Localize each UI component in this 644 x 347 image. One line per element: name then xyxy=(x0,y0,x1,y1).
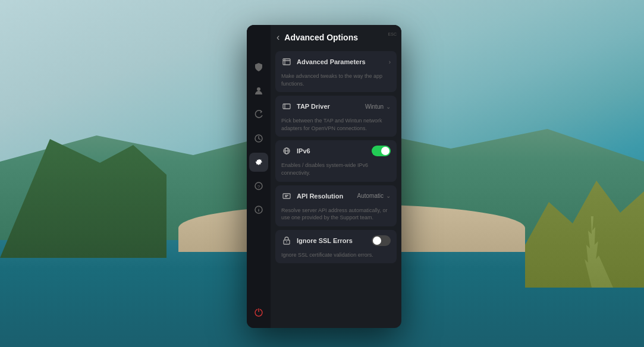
svg-rect-11 xyxy=(283,104,290,109)
api-resolution-row[interactable]: API Resolution Automatic ⌄ xyxy=(275,185,397,207)
ignore-ssl-row: Ignore SSL Errors xyxy=(275,230,397,251)
sidebar-icon-shield[interactable] xyxy=(249,58,268,77)
svg-point-6 xyxy=(259,208,259,209)
ignore-ssl-toggle[interactable] xyxy=(372,235,391,246)
tap-driver-value: Wintun xyxy=(365,103,384,110)
ipv6-label: IPv6 xyxy=(297,147,372,154)
main-content: ‹ Advanced Options Advanced Parameters ›… xyxy=(271,25,401,328)
tap-driver-desc: Pick between the TAP and Wintun network … xyxy=(275,117,397,137)
sidebar-icon-power[interactable] xyxy=(249,303,268,322)
ignore-ssl-desc: Ignore SSL certificate validation errors… xyxy=(275,251,397,264)
api-resolution-desc: Resolve server API address automatically… xyxy=(275,207,397,226)
app-window: × ESC ? ‹ xyxy=(247,25,401,328)
api-icon xyxy=(281,191,292,201)
ipv6-toggle-thumb xyxy=(381,147,389,155)
tap-driver-chevron: ⌄ xyxy=(386,103,391,110)
lock-icon xyxy=(281,235,292,246)
close-area: × ESC xyxy=(388,31,397,36)
ipv6-desc: Enables / disables system-wide IPv6 conn… xyxy=(275,162,397,181)
svg-point-0 xyxy=(257,87,260,91)
network-icon xyxy=(281,101,292,112)
svg-rect-16 xyxy=(283,194,290,198)
sidebar-icon-person[interactable] xyxy=(249,81,268,100)
advanced-parameters-row[interactable]: Advanced Parameters › xyxy=(275,51,397,72)
settings-scroll-area[interactable]: Advanced Parameters › Make advanced twea… xyxy=(271,49,401,328)
page-title: Advanced Options xyxy=(284,33,395,42)
header: ‹ Advanced Options xyxy=(271,25,401,49)
api-resolution-value: Automatic xyxy=(357,193,384,199)
tap-driver-card: TAP Driver Wintun ⌄ Pick between the TAP… xyxy=(275,96,397,137)
tap-driver-row[interactable]: TAP Driver Wintun ⌄ xyxy=(275,96,397,117)
sidebar-icon-info[interactable] xyxy=(249,200,268,219)
ipv6-row: IPv6 xyxy=(275,140,397,162)
advanced-parameters-desc: Make advanced tweaks to the way the app … xyxy=(275,72,397,92)
ignore-ssl-card: Ignore SSL Errors Ignore SSL certificate… xyxy=(275,230,397,264)
svg-text:?: ? xyxy=(257,184,260,190)
api-resolution-chevron: ⌄ xyxy=(386,193,391,199)
sidebar-icon-refresh[interactable] xyxy=(249,105,268,124)
sidebar: ? xyxy=(247,25,271,328)
sidebar-icon-settings[interactable] xyxy=(249,153,268,172)
svg-rect-8 xyxy=(283,59,290,65)
ignore-ssl-label: Ignore SSL Errors xyxy=(297,237,372,244)
ignore-ssl-toggle-thumb xyxy=(373,236,381,245)
esc-label: ESC xyxy=(388,32,397,36)
api-resolution-label: API Resolution xyxy=(297,193,357,200)
ipv6-toggle[interactable] xyxy=(372,146,391,156)
sliders-icon xyxy=(281,56,292,67)
api-resolution-card: API Resolution Automatic ⌄ Resolve serve… xyxy=(275,185,397,226)
advanced-parameters-card: Advanced Parameters › Make advanced twea… xyxy=(275,51,397,92)
tap-driver-label: TAP Driver xyxy=(297,103,365,110)
advanced-parameters-label: Advanced Parameters xyxy=(297,58,389,65)
ipv6-card: IPv6 Enables / disables system-wide IPv6… xyxy=(275,140,397,181)
back-button[interactable]: ‹ xyxy=(277,32,279,43)
sidebar-icon-help[interactable]: ? xyxy=(249,176,268,195)
advanced-parameters-chevron: › xyxy=(389,59,391,65)
sidebar-icon-clock[interactable] xyxy=(249,129,268,148)
globe-icon xyxy=(281,146,292,156)
